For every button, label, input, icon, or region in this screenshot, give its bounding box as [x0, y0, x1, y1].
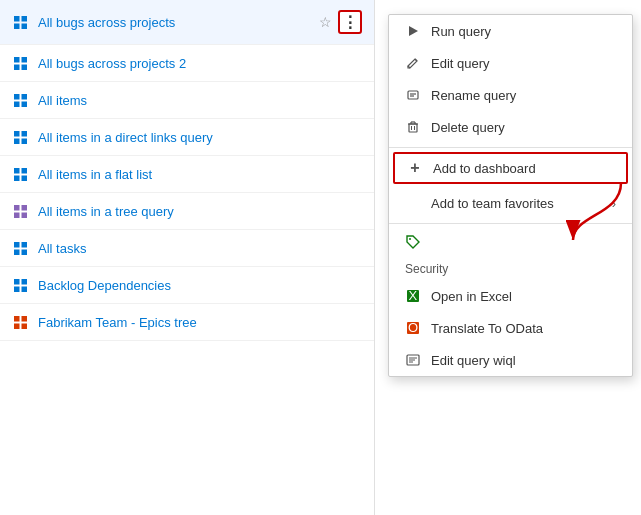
tag-icon-area [389, 228, 632, 256]
add-to-favorites-label: Add to team favorites [431, 196, 554, 211]
query-name-text: All items in a flat list [38, 167, 362, 182]
query-name-text: All items in a direct links query [38, 130, 362, 145]
svg-rect-6 [14, 64, 20, 70]
delete-query-label: Delete query [431, 120, 505, 135]
trash-icon [405, 119, 421, 135]
translate-odata-menu-item[interactable]: OD Translate To OData [389, 312, 632, 344]
list-item[interactable]: All items in a tree query [0, 193, 374, 230]
add-to-favorites-menu-item[interactable]: Add to team favorites › [389, 187, 632, 219]
pencil-icon [405, 55, 421, 71]
svg-rect-4 [14, 57, 20, 63]
list-item[interactable]: All bugs across projects 2 [0, 45, 374, 82]
rename-query-label: Rename query [431, 88, 516, 103]
query-grid-icon [12, 166, 28, 182]
svg-rect-7 [21, 64, 27, 70]
arrow-right-icon [405, 23, 421, 39]
query-grid-icon [12, 314, 28, 330]
menu-separator-2 [389, 223, 632, 224]
translate-odata-label: Translate To OData [431, 321, 543, 336]
svg-rect-23 [21, 212, 27, 218]
svg-point-47 [409, 238, 411, 240]
query-grid-icon [12, 55, 28, 71]
add-to-dashboard-menu-item[interactable]: + Add to dashboard [393, 152, 628, 184]
svg-rect-26 [14, 249, 20, 255]
list-item[interactable]: All tasks [0, 230, 374, 267]
plus-icon: + [407, 160, 423, 176]
query-name-text: All items in a tree query [38, 204, 362, 219]
rename-icon [405, 87, 421, 103]
svg-rect-27 [21, 249, 27, 255]
context-menu: Run query Edit query Renam [388, 14, 633, 377]
svg-rect-29 [21, 279, 27, 285]
svg-rect-16 [14, 168, 20, 174]
add-to-dashboard-label: Add to dashboard [433, 161, 536, 176]
more-options-button[interactable]: ⋮ [338, 10, 362, 34]
svg-rect-15 [21, 138, 27, 144]
svg-rect-17 [21, 168, 27, 174]
svg-rect-34 [14, 323, 20, 329]
svg-rect-33 [21, 316, 27, 322]
query-grid-icon [12, 14, 28, 30]
open-excel-label: Open in Excel [431, 289, 512, 304]
svg-rect-32 [14, 316, 20, 322]
excel-icon: X [405, 288, 421, 304]
svg-rect-14 [14, 138, 20, 144]
svg-rect-3 [21, 23, 27, 29]
query-list-panel: All bugs across projects ☆ ⋮ All bugs ac… [0, 0, 375, 515]
query-name-text: Backlog Dependencies [38, 278, 362, 293]
list-item[interactable]: Backlog Dependencies [0, 267, 374, 304]
svg-rect-12 [14, 131, 20, 137]
edit-query-label: Edit query [431, 56, 490, 71]
delete-query-menu-item[interactable]: Delete query [389, 111, 632, 143]
svg-rect-28 [14, 279, 20, 285]
svg-rect-0 [14, 16, 20, 22]
edit-wiql-menu-item[interactable]: Edit query wiql [389, 344, 632, 376]
query-actions: ☆ ⋮ [319, 10, 362, 34]
svg-rect-22 [14, 212, 20, 218]
svg-rect-25 [21, 242, 27, 248]
chevron-right-icon: › [612, 196, 616, 211]
menu-separator-1 [389, 147, 632, 148]
list-item[interactable]: Fabrikam Team - Epics tree [0, 304, 374, 341]
query-grid-icon [12, 203, 28, 219]
run-query-label: Run query [431, 24, 491, 39]
query-name-text: All tasks [38, 241, 362, 256]
tag-icon [405, 234, 421, 250]
svg-rect-1 [21, 16, 27, 22]
svg-rect-11 [21, 101, 27, 107]
query-grid-icon [12, 277, 28, 293]
svg-rect-19 [21, 175, 27, 181]
query-grid-icon [12, 129, 28, 145]
svg-rect-21 [21, 205, 27, 211]
query-name-text: Fabrikam Team - Epics tree [38, 315, 362, 330]
svg-text:X: X [409, 289, 418, 303]
svg-rect-9 [21, 94, 27, 100]
star-icon[interactable]: ☆ [319, 14, 332, 30]
svg-rect-10 [14, 101, 20, 107]
svg-rect-24 [14, 242, 20, 248]
query-name-text: All bugs across projects 2 [38, 56, 362, 71]
main-container: All bugs across projects ☆ ⋮ All bugs ac… [0, 0, 641, 515]
run-query-menu-item[interactable]: Run query [389, 15, 632, 47]
open-excel-menu-item[interactable]: X Open in Excel [389, 280, 632, 312]
svg-rect-37 [408, 91, 418, 99]
query-grid-icon [12, 240, 28, 256]
svg-rect-5 [21, 57, 27, 63]
list-item[interactable]: All items [0, 82, 374, 119]
svg-rect-13 [21, 131, 27, 137]
svg-rect-18 [14, 175, 20, 181]
edit-query-menu-item[interactable]: Edit query [389, 47, 632, 79]
rename-query-menu-item[interactable]: Rename query [389, 79, 632, 111]
security-label: Security [389, 256, 632, 280]
svg-text:OD: OD [408, 321, 420, 335]
wiql-icon [405, 352, 421, 368]
list-item[interactable]: All items in a direct links query [0, 119, 374, 156]
query-name-text: All bugs across projects [38, 15, 319, 30]
svg-rect-30 [14, 286, 20, 292]
edit-wiql-label: Edit query wiql [431, 353, 516, 368]
svg-rect-40 [409, 124, 417, 132]
list-item[interactable]: All items in a flat list [0, 156, 374, 193]
odata-icon: OD [405, 320, 421, 336]
list-item[interactable]: All bugs across projects ☆ ⋮ [0, 0, 374, 45]
query-grid-icon [12, 92, 28, 108]
